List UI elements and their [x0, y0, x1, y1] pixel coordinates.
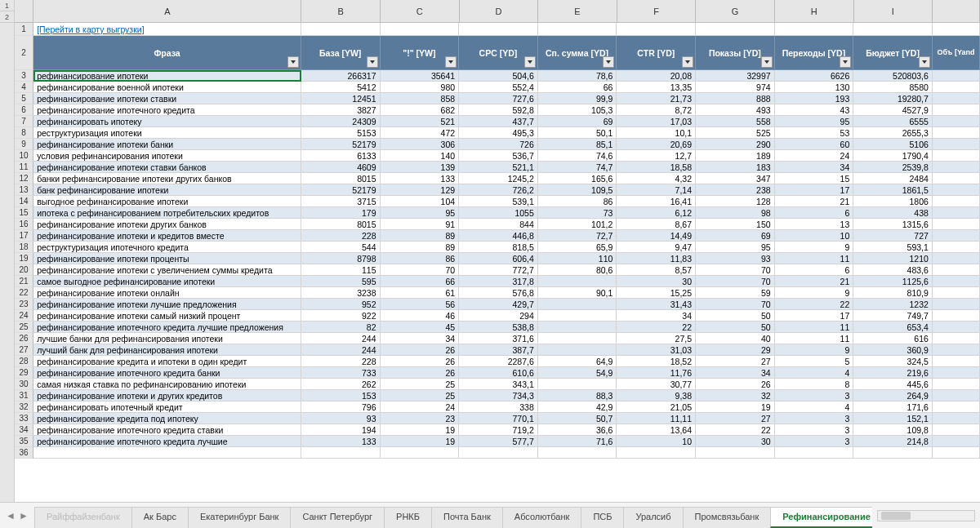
cell[interactable]: 74,7	[538, 162, 617, 173]
cell[interactable]: 70	[696, 299, 775, 310]
cell[interactable]: 31,43	[617, 299, 696, 310]
cell[interactable]: 1245,2	[459, 173, 538, 184]
cell[interactable]	[933, 424, 980, 436]
cell[interactable]: 88,3	[538, 390, 617, 402]
cell[interactable]: 19	[381, 436, 460, 447]
cell[interactable]	[301, 447, 381, 459]
cell[interactable]: 2655,3	[853, 127, 933, 139]
cell[interactable]: рефинансирование ипотеки ставки банков	[33, 162, 301, 173]
cell-D1[interactable]	[459, 23, 538, 36]
outline-rows[interactable]: 1 2	[0, 0, 15, 514]
cell[interactable]: 749,7	[853, 310, 933, 322]
row-num-1[interactable]: 1	[15, 23, 33, 36]
cell[interactable]: 538,8	[459, 322, 538, 333]
cell[interactable]	[933, 139, 980, 150]
cell[interactable]: рефинансирование ипотеки и других кредит…	[33, 390, 301, 402]
sheet-tab[interactable]: Промсвязьбанк	[683, 507, 772, 528]
cell[interactable]: самая низкая ставка по рефинансированию …	[33, 379, 301, 390]
col-header-A[interactable]: A	[33, 0, 301, 22]
cell[interactable]: 16,41	[617, 196, 696, 207]
map-link[interactable]: [Перейти в карту выгрузки]	[37, 24, 144, 34]
outline-level-2[interactable]: 2	[0, 11, 14, 23]
cell[interactable]: 844	[459, 219, 538, 230]
row-num[interactable]: 29	[15, 367, 33, 379]
outline-level-1[interactable]: 1	[0, 0, 14, 11]
cell[interactable]: 504,6	[459, 70, 538, 82]
cell[interactable]	[381, 447, 460, 459]
th-phrase[interactable]: Фраза	[33, 36, 301, 70]
cell[interactable]: 3	[775, 390, 854, 402]
cell[interactable]: 179	[301, 207, 381, 219]
cell[interactable]: самое выгодное рефинансирование ипотеки	[33, 276, 301, 287]
cell[interactable]: 7,14	[617, 184, 696, 196]
cell[interactable]: 128	[696, 196, 775, 207]
cell[interactable]: 53	[775, 127, 854, 139]
cell[interactable]: 387,7	[459, 344, 538, 356]
cell[interactable]: 3	[775, 413, 854, 424]
row-num[interactable]: 13	[15, 184, 33, 196]
sheet-tab[interactable]: Рефинансирование	[770, 507, 872, 528]
cell[interactable]: 19	[696, 402, 775, 413]
cell[interactable]: 1315,6	[853, 219, 933, 230]
filter-icon[interactable]	[682, 56, 693, 68]
cell[interactable]: 770,1	[459, 413, 538, 424]
cell[interactable]: 69	[538, 116, 617, 127]
row-num[interactable]: 6	[15, 104, 33, 116]
cell[interactable]	[33, 447, 301, 459]
cell[interactable]: 12,7	[617, 150, 696, 162]
cell[interactable]	[933, 207, 980, 219]
tab-next-icon[interactable]: ►	[18, 510, 29, 521]
cell-B1[interactable]	[301, 23, 381, 36]
cell[interactable]: 95	[696, 242, 775, 253]
row-num[interactable]: 32	[15, 402, 33, 413]
cell[interactable]	[933, 230, 980, 242]
cell[interactable]: 50,7	[538, 413, 617, 424]
cell-I1[interactable]	[853, 23, 933, 36]
row-num[interactable]: 7	[15, 116, 33, 127]
cell[interactable]: 8580	[853, 82, 933, 93]
cell[interactable]: 10	[775, 230, 854, 242]
cell[interactable]	[538, 299, 617, 310]
cell[interactable]: 4527,9	[853, 104, 933, 116]
cell[interactable]: 8015	[301, 219, 381, 230]
cell[interactable]: 429,7	[459, 299, 538, 310]
cell[interactable]: 35641	[381, 70, 460, 82]
cell[interactable]: 18,52	[617, 356, 696, 367]
cell[interactable]: 593,1	[853, 242, 933, 253]
cell[interactable]: 50,1	[538, 127, 617, 139]
cell[interactable]: 733	[301, 367, 381, 379]
cell[interactable]: 1125,6	[853, 276, 933, 287]
cell[interactable]	[933, 253, 980, 264]
cell[interactable]	[933, 390, 980, 402]
row-num[interactable]: 22	[15, 287, 33, 299]
cell[interactable]: 189	[696, 150, 775, 162]
cell[interactable]: 3	[775, 424, 854, 436]
cell[interactable]: 29	[696, 344, 775, 356]
cell[interactable]	[538, 276, 617, 287]
cell[interactable]	[933, 242, 980, 253]
cell[interactable]: 70	[696, 276, 775, 287]
cell[interactable]: реструктуризация ипотечного кредита	[33, 242, 301, 253]
cell[interactable]: 818,5	[459, 242, 538, 253]
cell[interactable]	[933, 413, 980, 424]
col-header-I[interactable]: I	[854, 0, 933, 22]
cell[interactable]: рефинансирование кредита под ипотеку	[33, 413, 301, 424]
cell[interactable]: рефинансирование ипотеки других банков	[33, 219, 301, 230]
cell[interactable]	[538, 379, 617, 390]
cell[interactable]: 80,6	[538, 264, 617, 276]
cell[interactable]: 72,7	[538, 230, 617, 242]
scroll-thumb[interactable]	[881, 512, 911, 520]
cell[interactable]	[775, 447, 854, 459]
cell[interactable]: 9	[775, 242, 854, 253]
cell[interactable]: 338	[459, 402, 538, 413]
cell[interactable]: 82	[301, 322, 381, 333]
cell[interactable]: 11	[775, 322, 854, 333]
cell[interactable]: 4,32	[617, 173, 696, 184]
cell[interactable]: 61	[381, 287, 460, 299]
cell[interactable]: 10	[617, 436, 696, 447]
cell[interactable]: 262	[301, 379, 381, 390]
cell[interactable]: рефинансирование ипотечного кредита лучш…	[33, 436, 301, 447]
th-clicks-yd[interactable]: Переходы [YD]	[775, 36, 854, 70]
cell[interactable]: 27	[696, 413, 775, 424]
cell[interactable]: 8015	[301, 173, 381, 184]
